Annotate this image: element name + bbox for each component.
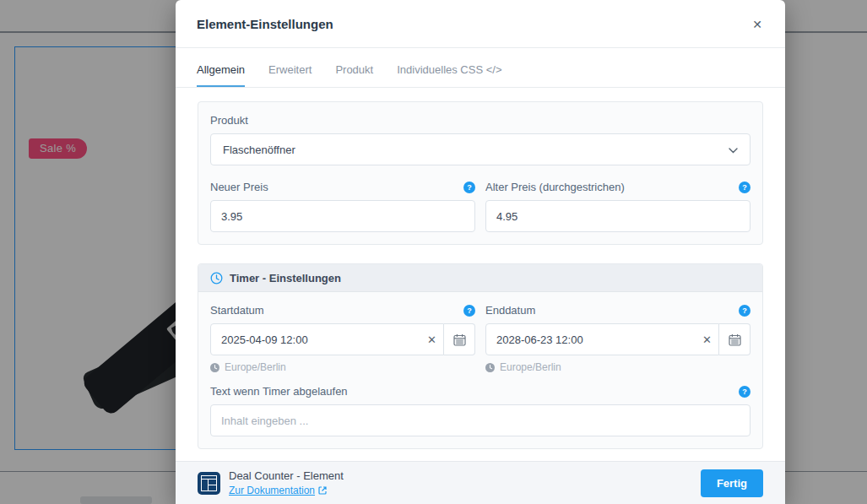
clear-icon[interactable]: ✕ bbox=[427, 323, 436, 355]
help-icon[interactable]: ? bbox=[739, 305, 750, 317]
start-timezone: Europe/Berlin bbox=[210, 361, 475, 373]
new-price-input[interactable] bbox=[210, 200, 475, 232]
modal-header: Element-Einstellungen ✕ bbox=[176, 0, 785, 48]
timezone-clock-icon bbox=[210, 363, 219, 372]
expired-text-label: Text wenn Timer abgelaufen bbox=[210, 385, 348, 398]
end-timezone-label: Europe/Berlin bbox=[500, 361, 561, 373]
timer-section-header: Timer - Einstellungen bbox=[198, 264, 762, 292]
expired-text-input[interactable] bbox=[210, 404, 750, 436]
product-select[interactable]: Flaschenöffner bbox=[210, 133, 750, 165]
modal-footer: Deal Counter - Element Zur Dokumentation… bbox=[176, 461, 785, 504]
start-date-field-group: Startdatum ? ✕ bbox=[210, 304, 475, 385]
timer-section-title: Timer - Einstellungen bbox=[230, 272, 341, 285]
calendar-icon[interactable] bbox=[444, 323, 475, 355]
old-price-input[interactable] bbox=[485, 200, 750, 232]
external-link-icon bbox=[318, 486, 327, 495]
documentation-link-label: Zur Dokumentation bbox=[229, 485, 315, 496]
end-date-field-group: Enddatum ? ✕ bbox=[485, 304, 750, 385]
expired-text-field-group: Text wenn Timer abgelaufen ? bbox=[210, 385, 750, 436]
clock-icon bbox=[210, 272, 223, 285]
done-button[interactable]: Fertig bbox=[701, 469, 763, 497]
old-price-field-group: Alter Preis (durchgestrichen) ? bbox=[485, 181, 750, 232]
modal-body: Produkt Flaschenöffner Neuer Preis ? bbox=[176, 88, 785, 461]
product-label: Produkt bbox=[210, 114, 248, 127]
end-date-label: Enddatum bbox=[485, 304, 535, 317]
tab-individuelles-css[interactable]: Individuelles CSS </> bbox=[397, 63, 501, 87]
tab-allgemein[interactable]: Allgemein bbox=[197, 63, 245, 87]
documentation-link[interactable]: Zur Dokumentation bbox=[229, 485, 327, 496]
clear-icon[interactable]: ✕ bbox=[702, 323, 712, 355]
help-icon[interactable]: ? bbox=[739, 386, 750, 398]
new-price-field-group: Neuer Preis ? bbox=[210, 181, 475, 232]
element-layout-icon bbox=[198, 472, 220, 495]
element-settings-modal: Element-Einstellungen ✕ Allgemein Erweit… bbox=[176, 0, 785, 504]
help-icon[interactable]: ? bbox=[463, 305, 475, 317]
calendar-icon[interactable] bbox=[719, 323, 750, 355]
help-icon[interactable]: ? bbox=[463, 182, 475, 193]
close-icon[interactable]: ✕ bbox=[748, 15, 767, 34]
tab-produkt[interactable]: Produkt bbox=[335, 63, 373, 87]
product-select-value: Flaschenöffner bbox=[223, 144, 295, 156]
start-date-input[interactable] bbox=[210, 323, 444, 355]
timer-panel: Timer - Einstellungen Startdatum ? ✕ bbox=[198, 263, 763, 449]
new-price-label: Neuer Preis bbox=[210, 181, 268, 193]
start-date-label: Startdatum bbox=[210, 304, 264, 317]
end-date-input[interactable] bbox=[485, 323, 719, 355]
old-price-label: Alter Preis (durchgestrichen) bbox=[485, 181, 625, 193]
modal-title: Element-Einstellungen bbox=[197, 17, 333, 31]
chevron-down-icon bbox=[729, 144, 738, 156]
timezone-clock-icon bbox=[485, 363, 495, 372]
element-name: Deal Counter - Element bbox=[229, 469, 344, 482]
product-panel: Produkt Flaschenöffner Neuer Preis ? bbox=[198, 101, 763, 245]
help-icon[interactable]: ? bbox=[739, 182, 750, 193]
tab-erweitert[interactable]: Erweitert bbox=[268, 63, 312, 87]
start-timezone-label: Europe/Berlin bbox=[225, 361, 286, 373]
tab-bar: Allgemein Erweitert Produkt Individuelle… bbox=[176, 48, 785, 88]
end-timezone: Europe/Berlin bbox=[485, 361, 750, 373]
